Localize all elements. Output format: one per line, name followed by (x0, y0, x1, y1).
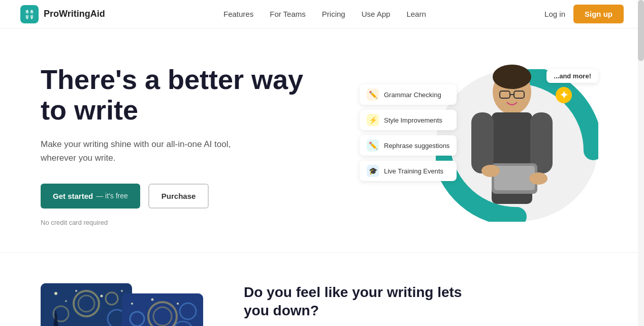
training-icon: 🎓 (367, 165, 379, 177)
svg-rect-9 (494, 166, 535, 190)
painting-2 (122, 293, 203, 326)
rephrase-icon: ✏️ (367, 139, 379, 152)
plus-icon: ✦ (560, 90, 568, 100)
grammar-label: Grammar Checking (384, 91, 441, 99)
starry-night-svg (41, 283, 132, 326)
svg-rect-6 (471, 112, 494, 173)
style-icon: ⚡ (367, 114, 379, 126)
get-started-button[interactable]: Get started — it's free (41, 184, 140, 209)
training-label: Live Training Events (384, 167, 443, 175)
section2: My idea in my head Do you feel like your… (0, 252, 644, 326)
and-more-badge: ...and more! (546, 69, 598, 83)
svg-point-22 (65, 300, 67, 302)
section2-text-block: Do you feel like your writing lets you d… (244, 283, 488, 326)
feature-pill-grammar: ✏️ Grammar Checking (360, 84, 457, 105)
person-illustration (461, 62, 563, 224)
svg-point-21 (121, 290, 123, 292)
svg-point-18 (54, 292, 57, 295)
feature-pill-rephrase: ✏️ Rephrase suggestions (360, 135, 457, 156)
navigation: ProWritingAid Features For Teams Pricing… (0, 0, 644, 28)
svg-point-19 (75, 290, 77, 292)
hero-section: There's a better way to write Make your … (0, 28, 644, 252)
svg-point-10 (481, 165, 500, 177)
nav-actions: Log in Sign up (544, 5, 624, 23)
grammar-icon: ✏️ (367, 88, 379, 101)
svg-point-1 (493, 65, 531, 89)
painting-card-1 (41, 283, 132, 326)
section2-title: Do you feel like your writing lets you d… (244, 283, 488, 320)
hero-left: There's a better way to write Make your … (41, 65, 305, 226)
feature-pill-training: 🎓 Live Training Events (360, 161, 457, 181)
painting-card-2 (122, 293, 203, 326)
hero-subtitle: Make your writing shine with our all-in-… (41, 137, 254, 165)
feature-pills: ✏️ Grammar Checking ⚡ Style Improvements… (360, 84, 457, 181)
nav-learn[interactable]: Learn (406, 10, 426, 18)
section2-images: My idea in my head (41, 283, 213, 326)
nav-features[interactable]: Features (223, 10, 253, 18)
rephrase-label: Rephrase suggestions (384, 142, 449, 150)
login-button[interactable]: Log in (544, 10, 565, 18)
feature-pill-style: ⚡ Style Improvements (360, 110, 457, 130)
painting-1 (41, 283, 132, 326)
svg-point-34 (131, 303, 133, 305)
logo-text: ProWritingAid (44, 9, 105, 19)
hero-illustration: ✏️ Grammar Checking ⚡ Style Improvements… (360, 59, 603, 232)
style-label: Style Improvements (384, 116, 442, 124)
logo-svg (24, 9, 35, 20)
nav-for-teams[interactable]: For Teams (270, 10, 306, 18)
hero-title: There's a better way to write (41, 65, 305, 125)
no-credit-card-text: No credit card required (41, 219, 305, 226)
plus-badge: ✦ (556, 87, 572, 103)
nav-pricing[interactable]: Pricing (322, 10, 345, 18)
hero-right: ✏️ Grammar Checking ⚡ Style Improvements… (360, 59, 603, 232)
svg-point-36 (177, 303, 179, 305)
svg-point-20 (101, 295, 103, 298)
hero-cta: Get started — it's free Purchase (41, 184, 305, 209)
svg-rect-27 (122, 293, 203, 326)
scrollbar-thumb[interactable] (638, 0, 644, 61)
nav-links: Features For Teams Pricing Use App Learn (223, 10, 426, 19)
nav-use-app[interactable]: Use App (362, 10, 391, 18)
svg-point-11 (529, 172, 548, 185)
page-scrollbar[interactable] (638, 0, 644, 326)
purchase-button[interactable]: Purchase (148, 184, 209, 209)
signup-button[interactable]: Sign up (573, 5, 624, 23)
svg-point-35 (151, 299, 154, 301)
free-label: — it's free (96, 192, 128, 200)
logo-icon (20, 5, 39, 23)
logo[interactable]: ProWritingAid (20, 5, 105, 23)
painting-2-svg (122, 293, 203, 326)
get-started-label: Get started (53, 192, 93, 200)
